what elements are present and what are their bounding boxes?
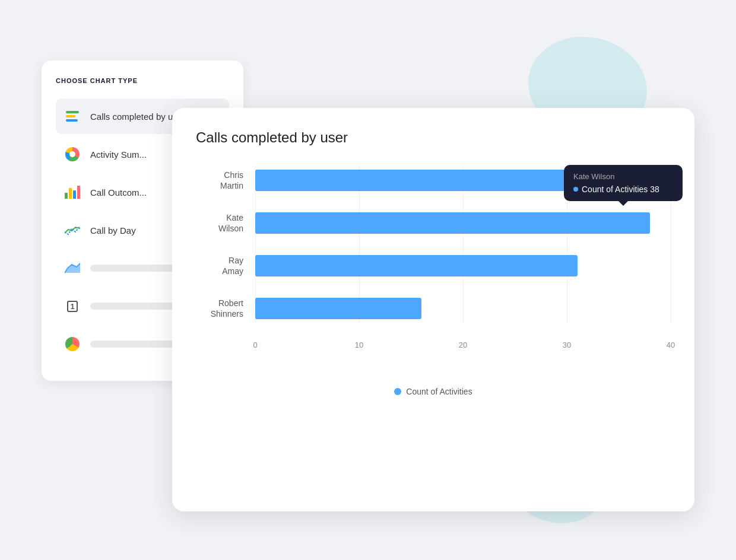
bar-label-robert-shinners: RobertShinners xyxy=(196,298,255,319)
bar-label-ray-amay: RayAmay xyxy=(196,255,255,276)
bar-fill-chris-martin xyxy=(255,170,588,191)
bar-label-chris-martin: ChrisMartin xyxy=(196,170,255,191)
tooltip-name: Kate Wilson xyxy=(573,172,673,181)
bar-container-ray-amay xyxy=(255,255,671,276)
hbar-icon xyxy=(63,107,82,126)
x-label-30: 30 xyxy=(563,341,571,349)
x-axis: 0 10 20 30 40 xyxy=(255,341,671,358)
line-icon xyxy=(63,221,82,240)
x-label-20: 20 xyxy=(459,341,467,349)
chart-area: ChrisMartin KateWilson Kate Wilson xyxy=(196,165,671,358)
chart-item-label-call-outcomes: Call Outcom... xyxy=(90,187,147,198)
chart-item-label-activity-summary: Activity Sum... xyxy=(90,149,147,160)
tooltip-dot xyxy=(573,187,578,192)
tooltip-row: Count of Activities 38 xyxy=(573,184,673,194)
chart-item-label-call-by-day: Call by Day xyxy=(90,225,136,236)
bar-icon xyxy=(63,183,82,202)
x-label-0: 0 xyxy=(253,341,257,349)
scene: CHOOSE CHART TYPE Calls completed by use… xyxy=(42,25,694,535)
bar-container-kate-wilson: Kate Wilson Count of Activities 38 xyxy=(255,212,671,234)
chart-item-label-calls-by-user: Calls completed by user xyxy=(90,112,185,122)
bar-fill-kate-wilson xyxy=(255,212,650,234)
legend-dot xyxy=(394,388,401,395)
legend-label: Count of Activities xyxy=(406,387,472,396)
area-icon xyxy=(63,259,82,278)
bar-row-robert-shinners: RobertShinners xyxy=(196,293,671,324)
bar-container-robert-shinners xyxy=(255,298,671,319)
bar-label-kate-wilson: KateWilson xyxy=(196,212,255,234)
bar-row-ray-amay: RayAmay xyxy=(196,250,671,281)
tooltip: Kate Wilson Count of Activities 38 xyxy=(564,165,683,201)
donut-icon xyxy=(63,145,82,164)
panel-title: CHOOSE CHART TYPE xyxy=(56,77,229,84)
bar-fill-ray-amay xyxy=(255,255,578,276)
tooltip-metric: Count of Activities 38 xyxy=(582,184,659,194)
chart-card: Calls completed by user ChrisMartin xyxy=(172,108,694,511)
bar-fill-robert-shinners xyxy=(255,298,421,319)
chart-title: Calls completed by user xyxy=(196,129,671,146)
number-icon: 1 xyxy=(63,297,82,316)
bar-row-kate-wilson: KateWilson Kate Wilson Count of Activiti… xyxy=(196,208,671,238)
pie-icon xyxy=(63,335,82,354)
x-label-10: 10 xyxy=(355,341,363,349)
x-label-40: 40 xyxy=(667,341,675,349)
legend: Count of Activities xyxy=(196,387,671,396)
